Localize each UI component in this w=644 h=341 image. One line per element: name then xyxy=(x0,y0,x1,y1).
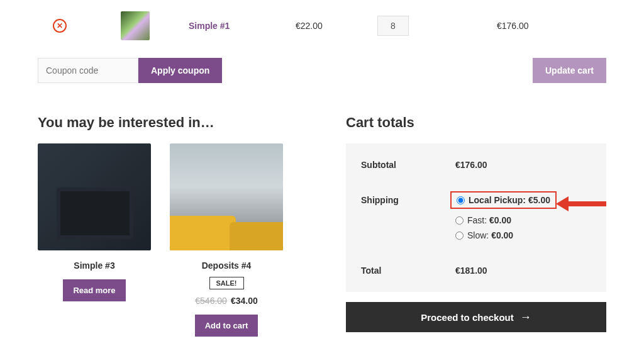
shipping-option-label: Fast: €0.00 xyxy=(467,215,511,225)
quantity-input[interactable] xyxy=(377,16,409,36)
current-price: €34.00 xyxy=(231,296,258,306)
shipping-row: Shipping Local Pickup: €5.00 Fast: €0.00 xyxy=(346,182,606,253)
subtotal-label: Subtotal xyxy=(361,160,455,170)
interested-heading: You may be interested in… xyxy=(38,115,308,131)
product-name-link[interactable]: Simple #1 xyxy=(189,21,230,31)
shipping-radio[interactable] xyxy=(455,216,464,225)
subtotal-row: Subtotal €176.00 xyxy=(346,147,606,182)
coupon-input[interactable] xyxy=(38,58,138,83)
apply-coupon-button[interactable]: Apply coupon xyxy=(138,58,222,83)
read-more-button[interactable]: Read more xyxy=(63,279,125,301)
close-icon: ✕ xyxy=(57,21,63,30)
arrow-line-icon xyxy=(569,201,606,206)
shipping-option-label: Local Pickup: €5.00 xyxy=(469,195,550,205)
product-unit-price: €22.00 xyxy=(296,21,377,31)
product-image[interactable] xyxy=(170,143,283,250)
product-title: Deposits #4 xyxy=(170,260,283,271)
shipping-radio[interactable] xyxy=(455,232,464,240)
product-card: Deposits #4 SALE! €546.00€34.00 Add to c… xyxy=(170,143,283,337)
total-label: Total xyxy=(361,266,455,276)
product-price: €546.00€34.00 xyxy=(170,296,283,306)
checkout-label: Proceed to checkout xyxy=(421,312,514,323)
shipping-option-local-pickup[interactable]: Local Pickup: €5.00 xyxy=(457,195,550,205)
cart-item-row: ✕ Simple #1 €22.00 €176.00 xyxy=(38,0,606,52)
product-thumbnail[interactable] xyxy=(121,11,150,40)
old-price: €546.00 xyxy=(195,296,227,306)
product-subtotal: €176.00 xyxy=(497,21,604,31)
arrow-annotation xyxy=(556,196,606,211)
shipping-radio[interactable] xyxy=(457,196,465,204)
total-row: Total €181.00 xyxy=(346,253,606,288)
highlight-annotation: Local Pickup: €5.00 xyxy=(450,191,557,209)
add-to-cart-button[interactable]: Add to cart xyxy=(195,315,258,337)
proceed-to-checkout-button[interactable]: Proceed to checkout → xyxy=(346,302,606,332)
arrow-head-icon xyxy=(556,196,569,211)
update-cart-button[interactable]: Update cart xyxy=(533,58,606,83)
shipping-option-slow[interactable]: Slow: €0.00 xyxy=(455,230,550,240)
sale-badge: SALE! xyxy=(209,277,244,289)
shipping-label: Shipping xyxy=(361,195,455,205)
product-title: Simple #3 xyxy=(38,260,151,271)
product-image[interactable] xyxy=(38,143,151,250)
product-grid: Simple #3 Read more Deposits #4 SALE! €5… xyxy=(38,143,308,337)
arrow-right-icon: → xyxy=(520,311,531,324)
total-value: €181.00 xyxy=(455,266,487,276)
subtotal-value: €176.00 xyxy=(455,160,487,170)
cart-totals-box: Subtotal €176.00 Shipping Local Pickup: … xyxy=(346,143,606,292)
shipping-options: Local Pickup: €5.00 Fast: €0.00 Slow: €0… xyxy=(455,195,550,240)
shipping-option-fast[interactable]: Fast: €0.00 xyxy=(455,215,550,225)
cart-actions-bar: Apply coupon Update cart xyxy=(38,58,606,83)
cart-totals-heading: Cart totals xyxy=(346,115,606,131)
shipping-option-label: Slow: €0.00 xyxy=(467,230,513,240)
remove-item-button[interactable]: ✕ xyxy=(53,19,67,33)
product-card: Simple #3 Read more xyxy=(38,143,151,337)
